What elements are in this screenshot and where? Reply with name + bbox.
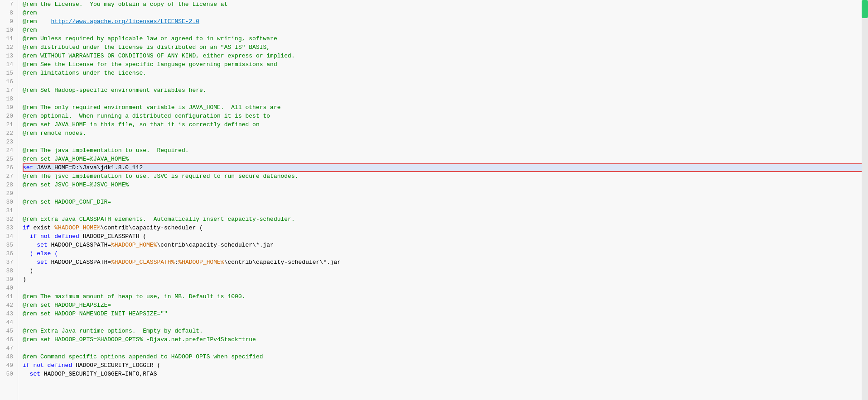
code-line-32[interactable]: @rem Extra Java CLASSPATH elements. Auto… xyxy=(23,215,868,224)
code-line-29[interactable] xyxy=(23,189,868,198)
line-number-17: 17 xyxy=(5,86,13,95)
line-number-47: 47 xyxy=(5,344,13,352)
line-number-48: 48 xyxy=(5,352,13,361)
line-number-11: 11 xyxy=(5,34,13,43)
scrollbar[interactable] xyxy=(862,0,868,400)
code-line-24[interactable]: @rem The java implementation to use. Req… xyxy=(23,146,868,155)
line-number-44: 44 xyxy=(5,318,13,327)
code-line-9[interactable]: @rem http://www.apache.org/licenses/LICE… xyxy=(23,17,868,26)
line-number-8: 8 xyxy=(5,9,13,17)
code-line-21[interactable]: @rem set JAVA_HOME in this file, so that… xyxy=(23,120,868,129)
line-number-38: 38 xyxy=(5,267,13,275)
code-line-37[interactable]: set HADOOP_CLASSPATH=%HADOOP_CLASSPATH%;… xyxy=(23,258,868,267)
line-number-20: 20 xyxy=(5,112,13,120)
line-number-7: 7 xyxy=(5,0,13,9)
code-line-39[interactable]: ) xyxy=(23,275,868,284)
code-line-40[interactable] xyxy=(23,284,868,292)
code-line-14[interactable]: @rem See the License for the specific la… xyxy=(23,60,868,69)
line-number-15: 15 xyxy=(5,69,13,77)
line-number-27: 27 xyxy=(5,172,13,181)
line-number-21: 21 xyxy=(5,120,13,129)
line-number-13: 13 xyxy=(5,52,13,60)
line-number-25: 25 xyxy=(5,155,13,163)
line-number-14: 14 xyxy=(5,60,13,69)
code-line-50[interactable]: set HADOOP_SECURITY_LOGGER=INFO,RFAS xyxy=(23,370,868,378)
code-line-23[interactable] xyxy=(23,138,868,146)
code-line-47[interactable] xyxy=(23,344,868,352)
code-line-42[interactable]: @rem set HADOOP_HEAPSIZE= xyxy=(23,301,868,310)
line-number-29: 29 xyxy=(5,189,13,198)
line-number-18: 18 xyxy=(5,95,13,103)
line-number-45: 45 xyxy=(5,327,13,335)
line-number-30: 30 xyxy=(5,198,13,206)
line-number-34: 34 xyxy=(5,232,13,241)
code-line-19[interactable]: @rem The only required environment varia… xyxy=(23,103,868,112)
line-number-16: 16 xyxy=(5,77,13,86)
code-line-49[interactable]: if not defined HADOOP_SECURITY_LOGGER ( xyxy=(23,361,868,370)
code-line-48[interactable]: @rem Command specific options appended t… xyxy=(23,352,868,361)
license-url[interactable]: http://www.apache.org/licenses/LICENSE-2… xyxy=(51,18,199,25)
code-line-43[interactable]: @rem set HADOOP_NAMENODE_INIT_HEAPSIZE="… xyxy=(23,310,868,318)
code-line-45[interactable]: @rem Extra Java runtime options. Empty b… xyxy=(23,327,868,335)
code-editor: 7891011121314151617181920212223242526272… xyxy=(0,0,868,400)
code-line-11[interactable]: @rem Unless required by applicable law o… xyxy=(23,34,868,43)
line-numbers: 7891011121314151617181920212223242526272… xyxy=(0,0,18,400)
line-number-22: 22 xyxy=(5,129,13,138)
line-number-10: 10 xyxy=(5,26,13,34)
code-line-38[interactable]: ) xyxy=(23,267,868,275)
line-number-24: 24 xyxy=(5,146,13,155)
line-number-49: 49 xyxy=(5,361,13,370)
line-number-26: 26 xyxy=(5,163,13,172)
code-line-28[interactable]: @rem set JSVC_HOME=%JSVC_HOME% xyxy=(23,181,868,189)
line-number-36: 36 xyxy=(5,249,13,258)
scrollbar-thumb[interactable] xyxy=(862,0,868,18)
code-line-36[interactable]: ) else ( xyxy=(23,249,868,258)
code-line-7[interactable]: @rem the License. You may obtain a copy … xyxy=(23,0,868,9)
code-line-16[interactable] xyxy=(23,77,868,86)
code-line-20[interactable]: @rem optional. When running a distribute… xyxy=(23,112,868,120)
code-line-34[interactable]: if not defined HADOOP_CLASSPATH ( xyxy=(23,232,868,241)
line-number-23: 23 xyxy=(5,138,13,146)
line-number-33: 33 xyxy=(5,224,13,232)
line-number-28: 28 xyxy=(5,181,13,189)
code-line-30[interactable]: @rem set HADOOP_CONF_DIR= xyxy=(23,198,868,206)
code-line-12[interactable]: @rem distributed under the License is di… xyxy=(23,43,868,52)
code-line-17[interactable]: @rem Set Hadoop-specific environment var… xyxy=(23,86,868,95)
code-line-35[interactable]: set HADOOP_CLASSPATH=%HADOOP_HOME%\contr… xyxy=(23,241,868,249)
line-number-37: 37 xyxy=(5,258,13,267)
line-number-12: 12 xyxy=(5,43,13,52)
code-line-41[interactable]: @rem The maximum amount of heap to use, … xyxy=(23,292,868,301)
keyword-set: set xyxy=(23,164,33,171)
line-number-50: 50 xyxy=(5,370,13,378)
code-content[interactable]: @rem the License. You may obtain a copy … xyxy=(18,0,868,400)
code-line-33[interactable]: if exist %HADOOP_HOME%\contrib\capacity-… xyxy=(23,224,868,232)
code-line-18[interactable] xyxy=(23,95,868,103)
code-line-10[interactable]: @rem xyxy=(23,26,868,34)
line-number-46: 46 xyxy=(5,335,13,344)
line-number-35: 35 xyxy=(5,241,13,249)
code-line-15[interactable]: @rem limitations under the License. xyxy=(23,69,868,77)
line-number-39: 39 xyxy=(5,275,13,284)
line-number-41: 41 xyxy=(5,292,13,301)
code-line-44[interactable] xyxy=(23,318,868,327)
code-line-46[interactable]: @rem set HADOOP_OPTS=%HADOOP_OPTS% -Djav… xyxy=(23,335,868,344)
line-number-32: 32 xyxy=(5,215,13,224)
line-number-40: 40 xyxy=(5,284,13,292)
code-line-26[interactable]: set JAVA_HOME=D:\Java\jdk1.8.0_112 xyxy=(23,163,868,172)
line-number-9: 9 xyxy=(5,17,13,26)
code-line-25[interactable]: @rem set JAVA_HOME=%JAVA_HOME% xyxy=(23,155,868,163)
line-number-42: 42 xyxy=(5,301,13,310)
code-line-27[interactable]: @rem The jsvc implementation to use. JSV… xyxy=(23,172,868,181)
code-line-22[interactable]: @rem remote nodes. xyxy=(23,129,868,138)
code-line-31[interactable] xyxy=(23,206,868,215)
line-number-43: 43 xyxy=(5,310,13,318)
code-line-13[interactable]: @rem WITHOUT WARRANTIES OR CONDITIONS OF… xyxy=(23,52,868,60)
line-number-31: 31 xyxy=(5,206,13,215)
line-number-19: 19 xyxy=(5,103,13,112)
code-line-8[interactable]: @rem xyxy=(23,9,868,17)
